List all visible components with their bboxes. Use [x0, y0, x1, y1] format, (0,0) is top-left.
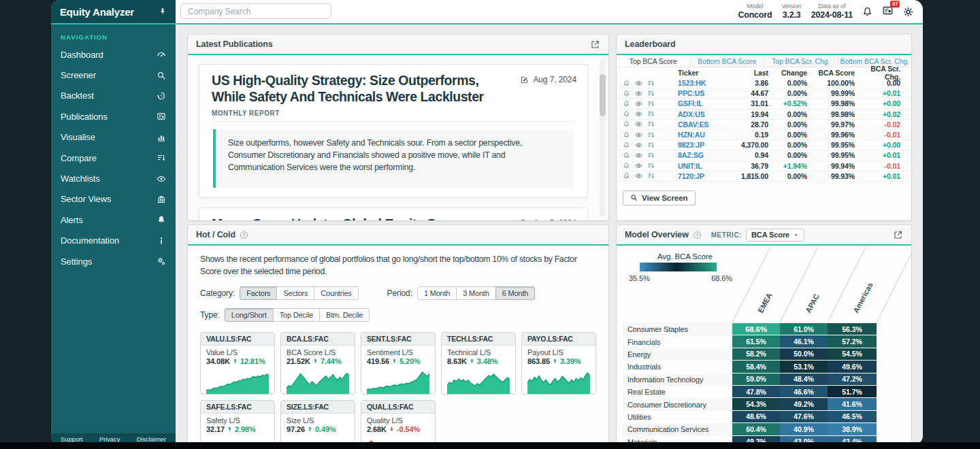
ticker-link[interactable]: CBAV:ES — [656, 120, 724, 129]
alert-bell-icon[interactable] — [623, 142, 630, 149]
watchlist-eye-icon[interactable] — [635, 110, 642, 118]
heatmap-cell-consumer-staples-emea: 68.6% — [732, 323, 780, 335]
type-option-top-decile[interactable]: Top Decile — [273, 308, 320, 322]
ticker-link[interactable]: 9823:JP — [656, 141, 724, 149]
factor-card-tech-ls-fac[interactable]: TECH.LS:FAC Technical L/S 8.63K 3.48% — [441, 332, 516, 395]
news-button[interactable]: 37 — [882, 5, 894, 19]
alert-bell-icon[interactable] — [623, 131, 630, 139]
period-option-1-month[interactable]: 1 Month — [417, 286, 457, 300]
notifications-bell-icon[interactable] — [862, 6, 873, 18]
sidebar-item-screener[interactable]: Screener — [51, 65, 176, 85]
alert-bell-icon[interactable] — [623, 80, 630, 87]
sidebar-item-watchlists[interactable]: Watchlists — [51, 168, 176, 188]
watchlist-eye-icon[interactable] — [635, 152, 642, 159]
type-option-btm-decile[interactable]: Btm. Decile — [319, 308, 370, 322]
alert-bell-icon[interactable] — [623, 152, 630, 159]
factor-card-size-ls-fac[interactable]: SIZE.LS:FAC Size L/S 97.26 0.49% — [280, 400, 355, 445]
factor-value: 32.17 — [206, 425, 225, 433]
sidebar-item-visualise[interactable]: Visualise — [51, 127, 176, 148]
ticker-link[interactable]: UNIT:IL — [656, 162, 724, 170]
sidebar-item-documentation[interactable]: Documentation — [51, 231, 176, 251]
watchlist-eye-icon[interactable] — [635, 90, 642, 97]
sidebar-item-backtest[interactable]: Backtest — [51, 86, 176, 106]
watchlist-eye-icon[interactable] — [635, 100, 642, 107]
external-link-icon[interactable] — [590, 39, 600, 50]
factor-card-bca-ls-fac[interactable]: BCA.LS:FAC BCA Score L/S 21.52K 7.44% — [280, 332, 355, 395]
sidebar-item-sector-views[interactable]: Sector Views — [51, 189, 176, 210]
rank-sort-icon[interactable] — [647, 80, 655, 87]
rank-sort-icon[interactable] — [647, 172, 655, 180]
factor-card-valu-ls-fac[interactable]: VALU.LS:FAC Value L/S 34.08K 12.81% — [200, 332, 275, 395]
watchlist-eye-icon[interactable] — [635, 142, 642, 149]
price-change: 0.00% — [768, 89, 807, 97]
rank-sort-icon[interactable] — [647, 162, 655, 169]
scrollbar-thumb[interactable] — [600, 74, 606, 116]
publication-card[interactable]: Aug 7, 2024 US High-Quality Strategy: Si… — [199, 64, 588, 198]
navigation-section-label: NAVIGATION — [61, 33, 166, 41]
ticker-link[interactable]: 1523:HK — [656, 79, 724, 87]
price-change: +0.52% — [768, 99, 807, 107]
ticker-link[interactable]: HZN:AU — [656, 131, 724, 139]
sidebar-item-dashboard[interactable]: Dashboard — [51, 44, 176, 65]
tab-bottom-bca-score[interactable]: Bottom BCA Score — [691, 55, 765, 67]
sidebar-item-alerts[interactable]: Alerts — [51, 210, 176, 230]
ticker-link[interactable]: 8AZ:SG — [656, 151, 724, 159]
region-header-apac: APAC — [804, 293, 821, 314]
sidebar-item-compare[interactable]: Compare — [51, 148, 176, 168]
tab-top-bca-score[interactable]: Top BCA Score — [617, 55, 691, 67]
category-option-factors[interactable]: Factors — [240, 286, 277, 300]
rank-sort-icon[interactable] — [647, 152, 655, 159]
sector-label: Consumer Discretionary — [622, 398, 732, 410]
company-search-input[interactable] — [180, 3, 331, 19]
factor-change: 3.48% — [477, 357, 498, 365]
help-question-icon[interactable] — [240, 231, 248, 239]
watchlist-eye-icon[interactable] — [635, 131, 642, 139]
sidebar-item-settings[interactable]: Settings — [51, 251, 176, 271]
rank-sort-icon[interactable] — [647, 142, 655, 149]
sidebar-item-publications[interactable]: Publications — [51, 106, 176, 127]
alert-bell-icon[interactable] — [623, 162, 630, 169]
scrollbar-track[interactable] — [600, 59, 606, 216]
watchlist-eye-icon[interactable] — [635, 120, 642, 128]
watchlist-eye-icon[interactable] — [635, 172, 642, 180]
watchlist-eye-icon[interactable] — [635, 80, 642, 87]
factor-value: 419.56 — [367, 357, 389, 365]
factor-card-payo-ls-fac[interactable]: PAYO.LS:FAC Payout L/S 863.85 3.39% — [521, 332, 596, 395]
settings-gear-icon[interactable] — [902, 6, 914, 18]
alert-bell-icon[interactable] — [623, 100, 630, 107]
period-option-3-month[interactable]: 3 Month — [456, 286, 495, 300]
factor-card-sent-ls-fac[interactable]: SENT.LS:FAC Sentiment L/S 419.56 5.20% — [361, 332, 436, 395]
last-price: 0.19 — [724, 131, 768, 139]
alert-bell-icon[interactable] — [623, 90, 630, 97]
ticker-link[interactable]: PPC:US — [656, 89, 724, 97]
heatmap-cell-consumer-discretionary-americas: 41.6% — [828, 398, 877, 410]
factor-card-qual-ls-fac[interactable]: QUAL.LS:FAC Quality L/S 2.68K -0.54% — [361, 400, 436, 445]
bca-score-change: -0.01 — [855, 162, 911, 170]
rank-sort-icon[interactable] — [647, 131, 655, 139]
ticker-link[interactable]: GSFI:IL — [656, 99, 724, 107]
pin-icon[interactable] — [159, 7, 167, 16]
publication-card[interactable]: Aug 5, 2024 Macro Score Update: Global E… — [199, 207, 588, 220]
external-link-icon[interactable] — [893, 230, 903, 240]
sector-label: Consumer Staples — [622, 323, 732, 335]
watchlist-eye-icon[interactable] — [635, 162, 642, 169]
rank-sort-icon[interactable] — [647, 110, 655, 118]
help-question-icon[interactable] — [693, 231, 702, 239]
type-option-long-short[interactable]: Long/Short — [225, 308, 274, 322]
period-option-6-month[interactable]: 6 Month — [495, 286, 535, 300]
rank-sort-icon[interactable] — [647, 100, 655, 107]
category-option-sectors[interactable]: Sectors — [276, 286, 314, 300]
alert-bell-icon[interactable] — [623, 172, 630, 180]
alert-bell-icon[interactable] — [623, 110, 630, 118]
view-screen-button[interactable]: View Screen — [623, 190, 696, 205]
factor-card-safe-ls-fac[interactable]: SAFE.LS:FAC Safety L/S 32.17 2.98% — [200, 400, 275, 445]
metric-select[interactable]: BCA Score — [746, 229, 804, 242]
category-option-countries[interactable]: Countries — [314, 286, 358, 300]
rank-sort-icon[interactable] — [647, 90, 655, 97]
ticker-link[interactable]: 7120:JP — [656, 172, 724, 180]
alert-bell-icon[interactable] — [623, 120, 630, 128]
heatmap-cell-consumer-discretionary-apac: 49.2% — [780, 398, 828, 410]
tab-top-bca-scr-chg[interactable]: Top BCA Scr. Chg. — [764, 55, 838, 67]
ticker-link[interactable]: ADX:US — [656, 110, 724, 118]
rank-sort-icon[interactable] — [647, 120, 655, 128]
